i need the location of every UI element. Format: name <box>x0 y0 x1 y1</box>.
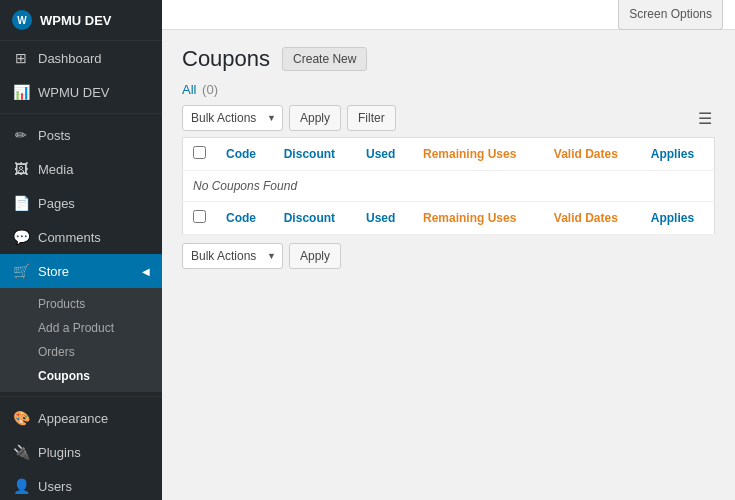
coupons-table: Code Discount Used Remaining Uses Valid … <box>182 137 715 202</box>
wpmu-dev-icon: 📊 <box>12 83 30 101</box>
bottom-apply-button[interactable]: Apply <box>289 243 341 269</box>
th-applies-bottom[interactable]: Applies <box>641 202 715 235</box>
sidebar-item-users-label: Users <box>38 479 72 494</box>
th-discount-bottom[interactable]: Discount <box>274 202 356 235</box>
create-new-button[interactable]: Create New <box>282 47 367 71</box>
sidebar-item-appearance[interactable]: 🎨 Appearance <box>0 401 162 435</box>
sidebar-item-wpmu-dev[interactable]: 📊 WPMU DEV <box>0 75 162 109</box>
th-discount-top[interactable]: Discount <box>274 138 356 171</box>
bottom-toolbar: Bulk Actions Delete ▼ Apply <box>182 243 715 269</box>
th-checkbox-bottom <box>183 202 217 235</box>
posts-icon: ✏ <box>12 126 30 144</box>
no-coupons-message: No Coupons Found <box>183 171 715 202</box>
select-all-bottom-checkbox[interactable] <box>193 210 206 223</box>
sidebar-item-media[interactable]: 🖼 Media <box>0 152 162 186</box>
sidebar-item-dashboard-label: Dashboard <box>38 51 102 66</box>
table-header-top: Code Discount Used Remaining Uses Valid … <box>183 138 715 171</box>
sidebar-divider-1 <box>0 113 162 114</box>
topbar: Screen Options <box>162 0 735 30</box>
dashboard-icon: ⊞ <box>12 49 30 67</box>
comments-icon: 💬 <box>12 228 30 246</box>
content-area: Coupons Create New All (0) Bulk Actions … <box>162 30 735 500</box>
sidebar-item-pages[interactable]: 📄 Pages <box>0 186 162 220</box>
view-toggle-icon[interactable]: ☰ <box>695 106 715 131</box>
sidebar-item-posts[interactable]: ✏ Posts <box>0 118 162 152</box>
no-coupons-row: No Coupons Found <box>183 171 715 202</box>
sidebar-sub-item-products[interactable]: Products <box>0 292 162 316</box>
store-arrow-icon: ◀ <box>142 266 150 277</box>
th-valid-dates-bottom[interactable]: Valid Dates <box>544 202 641 235</box>
media-icon: 🖼 <box>12 160 30 178</box>
top-bulk-actions-select[interactable]: Bulk Actions Delete <box>183 106 282 130</box>
sidebar-sub-item-add-product[interactable]: Add a Product <box>0 316 162 340</box>
sidebar-item-pages-label: Pages <box>38 196 75 211</box>
sidebar-item-wpmu-dev-label: WPMU DEV <box>38 85 110 100</box>
wpmu-logo-icon: W <box>12 10 32 30</box>
store-icon: 🛒 <box>12 262 30 280</box>
top-apply-button[interactable]: Apply <box>289 105 341 131</box>
page-title: Coupons <box>182 46 270 72</box>
sidebar-item-comments-label: Comments <box>38 230 101 245</box>
filter-tab-all[interactable]: All <box>182 82 196 97</box>
sidebar-item-store[interactable]: 🛒 Store ◀ <box>0 254 162 288</box>
plugins-icon: 🔌 <box>12 443 30 461</box>
page-header: Coupons Create New <box>182 46 715 72</box>
th-applies-top[interactable]: Applies <box>641 138 715 171</box>
th-used-bottom[interactable]: Used <box>356 202 413 235</box>
sidebar-item-users[interactable]: 👤 Users <box>0 469 162 500</box>
sidebar-item-comments[interactable]: 💬 Comments <box>0 220 162 254</box>
top-bulk-actions-wrap: Bulk Actions Delete ▼ <box>182 105 283 131</box>
th-code-bottom[interactable]: Code <box>216 202 274 235</box>
screen-options-button[interactable]: Screen Options <box>618 0 723 30</box>
main-area: Screen Options Coupons Create New All (0… <box>162 0 735 500</box>
th-remaining-uses-bottom[interactable]: Remaining Uses <box>413 202 544 235</box>
filter-tabs: All (0) <box>182 82 715 97</box>
th-used-top[interactable]: Used <box>356 138 413 171</box>
sidebar-item-store-label: Store <box>38 264 69 279</box>
th-remaining-uses-top[interactable]: Remaining Uses <box>413 138 544 171</box>
sidebar-divider-2 <box>0 396 162 397</box>
coupons-table-bottom-header: Code Discount Used Remaining Uses Valid … <box>182 202 715 235</box>
sidebar: W WPMU DEV ⊞ Dashboard 📊 WPMU DEV ✏ Post… <box>0 0 162 500</box>
sidebar-sub-item-orders[interactable]: Orders <box>0 340 162 364</box>
sidebar-logo[interactable]: W WPMU DEV <box>0 0 162 41</box>
sidebar-item-dashboard[interactable]: ⊞ Dashboard <box>0 41 162 75</box>
th-checkbox-top <box>183 138 217 171</box>
top-toolbar: Bulk Actions Delete ▼ Apply Filter ☰ <box>182 105 715 131</box>
appearance-icon: 🎨 <box>12 409 30 427</box>
th-valid-dates-top[interactable]: Valid Dates <box>544 138 641 171</box>
sidebar-sub-item-coupons[interactable]: Coupons <box>0 364 162 388</box>
bottom-bulk-actions-select[interactable]: Bulk Actions Delete <box>183 244 282 268</box>
sidebar-item-appearance-label: Appearance <box>38 411 108 426</box>
sidebar-item-media-label: Media <box>38 162 73 177</box>
select-all-top-checkbox[interactable] <box>193 146 206 159</box>
pages-icon: 📄 <box>12 194 30 212</box>
th-code-top[interactable]: Code <box>216 138 274 171</box>
table-header-bottom: Code Discount Used Remaining Uses Valid … <box>183 202 715 235</box>
bottom-bulk-actions-wrap: Bulk Actions Delete ▼ <box>182 243 283 269</box>
users-icon: 👤 <box>12 477 30 495</box>
store-submenu: Products Add a Product Orders Coupons <box>0 288 162 392</box>
filter-tab-all-count: (0) <box>202 82 218 97</box>
filter-button[interactable]: Filter <box>347 105 396 131</box>
sidebar-item-plugins[interactable]: 🔌 Plugins <box>0 435 162 469</box>
sidebar-item-posts-label: Posts <box>38 128 71 143</box>
sidebar-item-plugins-label: Plugins <box>38 445 81 460</box>
sidebar-logo-label: WPMU DEV <box>40 13 112 28</box>
